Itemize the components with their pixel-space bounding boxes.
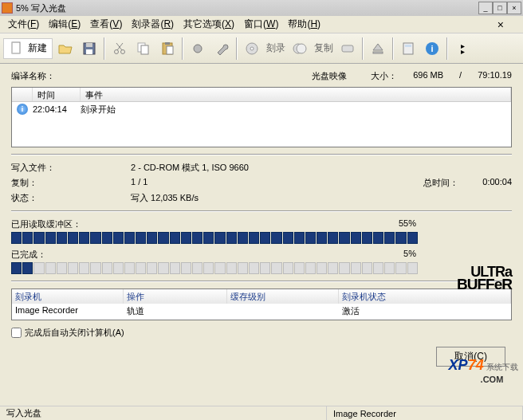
buffer-label: 已用读取缓冲区： — [11, 218, 81, 230]
write-file-value: 2 - CD-ROM 模式 1, ISO 9660 — [131, 162, 249, 174]
size-label: 大小： — [371, 70, 397, 82]
total-time-label: 总时间： — [423, 177, 458, 189]
info-icon: i — [424, 41, 440, 57]
svg-rect-2 — [86, 43, 92, 47]
menu-edit[interactable]: 编辑(E) — [44, 16, 85, 33]
info-button[interactable]: i — [421, 37, 443, 60]
copy-label: 复制 — [314, 41, 333, 55]
separator — [182, 37, 183, 60]
window-title: 5% 写入光盘 — [16, 2, 478, 14]
disc-icon — [244, 41, 260, 57]
col-recorder[interactable]: 刻录机 — [12, 289, 124, 304]
open-button[interactable] — [54, 37, 77, 60]
eject-button[interactable] — [367, 37, 389, 60]
cell-op: 轨道 — [124, 304, 227, 319]
folder-open-icon — [57, 41, 73, 57]
tool-a-button[interactable] — [187, 37, 209, 60]
clipboard-icon — [159, 41, 175, 57]
new-button[interactable]: 新建 — [3, 38, 53, 59]
menu-close-icon[interactable]: × — [497, 18, 504, 31]
ultrabuffer-logo: ULTRaBUFFeR — [457, 266, 512, 292]
separator — [236, 37, 238, 60]
cell-status: 激活 — [339, 304, 363, 319]
separator — [11, 281, 512, 282]
info-badge-icon: i — [17, 104, 28, 115]
tool-b-button[interactable] — [210, 37, 233, 60]
done-label: 已完成： — [11, 249, 46, 261]
toolbar: 新建 刻录 复制 i ▸▸ — [0, 33, 523, 64]
separator — [11, 154, 512, 155]
buffer-progress — [11, 232, 418, 244]
status-bar: 写入光盘 Image Recorder — [0, 406, 523, 420]
duration-value: 79:10.19 — [478, 70, 512, 82]
disc-c-button[interactable] — [336, 37, 359, 60]
panel-toggle-button[interactable]: ▸▸ — [451, 37, 474, 60]
col-operation[interactable]: 操作 — [124, 289, 227, 304]
col-buflevel[interactable]: 缓存级别 — [227, 289, 339, 304]
separator — [104, 37, 105, 60]
svg-rect-3 — [86, 49, 92, 54]
col-time[interactable]: 时间 — [33, 88, 81, 101]
shutdown-label: 完成后自动关闭计算机(A) — [25, 327, 124, 339]
calc-button[interactable] — [397, 37, 419, 60]
svg-rect-7 — [141, 45, 148, 54]
minimize-button[interactable]: _ — [478, 2, 493, 14]
svg-point-11 — [194, 45, 202, 53]
menu-recorder[interactable]: 刻录器(R) — [127, 16, 179, 33]
compile-name-label: 编译名称： — [11, 70, 55, 82]
menu-window[interactable]: 窗口(W) — [239, 16, 283, 33]
maximize-button[interactable]: □ — [493, 2, 507, 14]
cut-button[interactable] — [108, 37, 131, 60]
svg-point-4 — [115, 49, 119, 53]
buffer-percent: 55% — [399, 218, 416, 230]
status-right: Image Recorder — [327, 406, 523, 420]
total-time-value: 0:00:04 — [482, 177, 512, 189]
menu-bar: 文件(F) 编辑(E) 查看(V) 刻录器(R) 其它选项(X) 窗口(W) 帮… — [0, 16, 523, 33]
copy-button[interactable] — [132, 37, 155, 60]
col-event[interactable]: 事件 — [81, 88, 511, 101]
close-button[interactable]: × — [507, 2, 521, 14]
separator — [362, 37, 364, 60]
svg-point-13 — [250, 47, 254, 50]
svg-rect-10 — [167, 46, 173, 54]
new-label: 新建 — [28, 41, 47, 55]
save-button[interactable] — [78, 37, 100, 60]
image-type: 光盘映像 — [312, 70, 347, 82]
disc-copy-icon — [292, 41, 308, 57]
svg-text:i: i — [431, 44, 433, 53]
disc-a-button[interactable] — [241, 37, 263, 60]
svg-point-5 — [121, 49, 125, 53]
scissors-icon — [112, 41, 128, 57]
content-area: 编译名称： 光盘映像 大小： 696 MB / 79:10.19 时间 事件 i… — [0, 64, 523, 406]
menu-view[interactable]: 查看(V) — [85, 16, 127, 33]
table-row: Image Recorder 轨道 激活 — [12, 304, 511, 319]
svg-rect-17 — [373, 52, 383, 53]
menu-file[interactable]: 文件(F) — [3, 16, 44, 33]
copy-count-label: 复制： — [11, 177, 131, 189]
cell-recorder: Image Recorder — [12, 304, 124, 319]
separator — [11, 210, 512, 212]
menu-help[interactable]: 帮助(H) — [283, 16, 325, 33]
event-text: 刻录开始 — [81, 104, 116, 116]
shutdown-checkbox[interactable] — [11, 328, 22, 338]
gear-icon — [190, 41, 206, 57]
event-log: 时间 事件 i 22:04:14 刻录开始 — [11, 87, 512, 147]
paste-button[interactable] — [156, 37, 179, 60]
disc-b-button[interactable] — [289, 37, 311, 60]
document-icon — [9, 41, 25, 57]
wrench-icon — [214, 41, 230, 57]
separator — [446, 37, 448, 60]
status-left: 写入光盘 — [0, 406, 327, 420]
done-progress — [11, 262, 418, 274]
disc-image-icon — [340, 41, 356, 57]
svg-rect-19 — [405, 45, 411, 47]
menu-other[interactable]: 其它选项(X) — [179, 16, 239, 33]
copy-icon — [136, 41, 151, 57]
write-file-label: 写入文件： — [11, 162, 131, 174]
svg-rect-16 — [342, 45, 353, 52]
event-time: 22:04:14 — [33, 104, 81, 114]
title-bar: 5% 写入光盘 _ □ × — [0, 0, 523, 16]
burn-label: 刻录 — [266, 41, 285, 55]
separator — [392, 37, 394, 60]
recorder-table: 刻录机 操作 缓存级别 刻录机状态 Image Recorder 轨道 激活 — [11, 289, 512, 320]
